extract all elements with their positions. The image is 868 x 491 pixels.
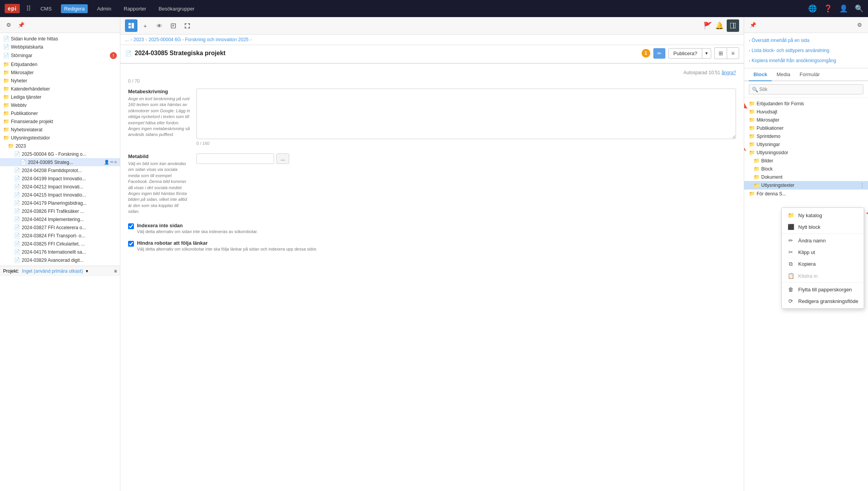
right-tree-item-sprintdemo[interactable]: 📁 Sprintdemo: [744, 132, 868, 140]
add-content-button[interactable]: +: [139, 19, 151, 32]
user-action-icon[interactable]: 👤: [104, 160, 109, 165]
context-menu-item-klipp-ut[interactable]: ✂ Klipp ut: [782, 246, 864, 258]
project-value[interactable]: Inget (använd primära utkast): [22, 268, 83, 274]
sidebar-item-webbtv[interactable]: 📁 Webbtv: [0, 101, 120, 109]
list-view-button[interactable]: ≡: [727, 47, 739, 59]
grid-icon[interactable]: ⠿: [26, 4, 31, 13]
sidebar-item-2024-03824[interactable]: 📄 2024-03824 FFI Transport- o...: [0, 232, 120, 240]
list-icon[interactable]: ≡: [114, 268, 117, 274]
grid-view-button[interactable]: ⊞: [714, 47, 727, 59]
context-menu-item-kopiera[interactable]: ⧉ Kopiera: [782, 258, 864, 270]
link-lista-block[interactable]: › Lista block- och sidtypers användning: [749, 46, 863, 55]
svg-rect-1: [128, 26, 131, 28]
publish-arrow[interactable]: ▾: [702, 49, 711, 58]
sidebar-item-finansierade[interactable]: 📁 Finansierade projekt: [0, 117, 120, 125]
sidebar-item-erbjudanden[interactable]: 📁 Erbjudanden: [0, 60, 120, 68]
right-tree-item-mikrosajter[interactable]: 📁 Mikrosajter: [744, 116, 868, 124]
tree-view-button[interactable]: [125, 19, 137, 32]
help-icon[interactable]: ❓: [824, 4, 832, 13]
search-icon[interactable]: 🔍: [855, 4, 863, 13]
right-tree-item-bilder[interactable]: 📁 Bilder: [744, 157, 868, 165]
project-dropdown-arrow[interactable]: ▾: [86, 268, 88, 274]
sidebar-item-webbplatskarta[interactable]: 📄 Webbplatskarta: [0, 43, 120, 51]
context-menu-item-ny-katalog[interactable]: 📁 Ny katalog: [782, 209, 864, 221]
sidebar-item-sidan-kunde[interactable]: 📄 Sidan kunde inte hittas: [0, 35, 120, 43]
pin-icon[interactable]: 📌: [16, 19, 26, 30]
sidebar-item-lediga[interactable]: 📁 Lediga tjänster: [0, 93, 120, 101]
indexera-checkbox[interactable]: [128, 223, 134, 229]
sidebar-item-2025-00004[interactable]: 📄 2025-00004 6G - Forskning o...: [0, 150, 120, 158]
sidebar-item-2024-03825[interactable]: 📄 2024-03825 FFI Cirkularitet, ...: [0, 240, 120, 248]
pin-right-icon[interactable]: 📌: [747, 19, 758, 30]
sidebar-item-2024-04212[interactable]: 📄 2024-04212 Impact Innovati...: [0, 183, 120, 191]
user-icon[interactable]: 👤: [839, 4, 848, 13]
flag-icon[interactable]: 🚩: [703, 21, 712, 30]
settings-right-icon[interactable]: ⚙: [854, 19, 865, 30]
sidebar-item-2024-04179[interactable]: 📄 2024-04179 Planeringsbidrag...: [0, 199, 120, 207]
tab-media[interactable]: Media: [772, 68, 795, 81]
search-input[interactable]: [749, 84, 863, 94]
metabild-input[interactable]: [196, 153, 274, 164]
edit-action-icon[interactable]: ✏: [110, 160, 114, 165]
sidebar-item-2024-03829[interactable]: 📄 2024-03829 Avancerad digit...: [0, 256, 120, 264]
sidebar-item-2024-03827[interactable]: 📄 2024-03827 FFI Accelerera o...: [0, 223, 120, 232]
sidebar-item-publikationer[interactable]: 📁 Publikationer: [0, 109, 120, 117]
right-tree-item-block[interactable]: 📁 Block: [744, 165, 868, 173]
sidebar-item-2024-04199[interactable]: 📄 2024-04199 Impact Innovatio...: [0, 174, 120, 183]
sidebar-item-utlysningstextsidor[interactable]: 📁 Utlysningstextsidor: [0, 134, 120, 142]
sidebar-item-2024-04176[interactable]: 📄 2024-04176 Internationellt sa...: [0, 248, 120, 256]
right-tree-item-huvudsajt[interactable]: 📁 Huvudsajt: [744, 108, 868, 116]
right-tree-item-dokument[interactable]: 📁 Dokument: [744, 173, 868, 181]
context-menu-item-nytt-block[interactable]: ⬛ Nytt block: [782, 221, 864, 233]
sidebar-item-2024-04024[interactable]: 📄 2024-04024 Implementering...: [0, 215, 120, 223]
metabeskrivning-textarea[interactable]: [196, 89, 736, 139]
sidebar-item-2024-04208[interactable]: 📄 2024-04208 Framtidsprotot...: [0, 166, 120, 174]
edit-button[interactable]: ✏: [653, 48, 665, 59]
right-panel-toolbar: 📌 ⚙: [744, 17, 868, 33]
breadcrumb-2023[interactable]: 2023: [134, 37, 144, 42]
layout-toggle: ⊞ ≡: [714, 47, 739, 59]
sidebar-item-kalenderhändelser[interactable]: 📁 Kalenderhändelser: [0, 85, 120, 93]
breadcrumb-ellipsis[interactable]: ...: [125, 37, 129, 42]
tab-block[interactable]: Block: [749, 68, 772, 81]
tab-formular[interactable]: Formulär: [795, 68, 825, 81]
fullscreen-button[interactable]: [181, 19, 193, 32]
robots-checkbox[interactable]: [128, 241, 134, 247]
context-menu-item-flytta[interactable]: 🗑 Flytta till papperskorgen: [782, 284, 864, 295]
breadcrumb-2025[interactable]: 2025-00004 6G - Forskning och innovation…: [149, 37, 249, 42]
right-tree-item-utlysningar[interactable]: 📁 Utlysningar: [744, 140, 868, 148]
nav-cms[interactable]: CMS: [37, 4, 55, 13]
list-action-icon[interactable]: ≡: [115, 160, 117, 165]
bell-icon[interactable]: 🔔: [715, 21, 724, 30]
metabild-browse-button[interactable]: ...: [276, 153, 289, 164]
nav-admin[interactable]: Admin: [94, 4, 115, 13]
globe-icon[interactable]: 🌐: [808, 4, 817, 13]
sidebar-item-nyhetsrelaterat[interactable]: 📁 Nyhetsrelaterat: [0, 125, 120, 134]
context-menu-item-redigera-granskningsfloede[interactable]: ⟳ Redigera granskningsflöde: [782, 295, 864, 307]
right-tree-item-erbjudanden[interactable]: 📁 Erbjudanden för Fornis: [744, 99, 868, 108]
nav-redigera[interactable]: Redigera: [61, 4, 88, 13]
context-menu-item-andra-namn[interactable]: ✏ Ändra namn: [782, 235, 864, 246]
link-oversatt[interactable]: › Översätt innehåll på en sida: [749, 36, 863, 45]
nav-besokargrupper[interactable]: Besökargrupper: [156, 4, 198, 13]
link-kopiera-innehall[interactable]: › Kopiera innehåll från ansökningsomgång: [749, 56, 863, 65]
sidebar-item-nyheter[interactable]: 📁 Nyheter: [0, 77, 120, 85]
nav-rapporter[interactable]: Rapporter: [121, 4, 149, 13]
sidebar-item-2024-03826[interactable]: 📄 2024-03826 FFI Trafiksäker ...: [0, 207, 120, 215]
sidebar-item-storningar[interactable]: 📄 Störningar !: [0, 51, 120, 60]
context-menu-trigger[interactable]: ⋮: [859, 182, 865, 188]
sidebar-item-2023[interactable]: 📁 2023: [0, 142, 120, 150]
right-tree-item-utlysningstexter[interactable]: 📁 Utlysningstexter ⋮: [744, 181, 868, 190]
settings-icon[interactable]: ⚙: [3, 19, 14, 30]
sidebar-item-2024-04215[interactable]: 📄 2024-04215 Impact Innovatio...: [0, 191, 120, 199]
preview-button[interactable]: 👁: [153, 19, 165, 32]
right-tree-item-publikationer[interactable]: 📁 Publikationer: [744, 124, 868, 132]
sidebar-item-2024-03085[interactable]: 📄 2024-03085 Strateg... 👤 ✏ ≡: [0, 158, 120, 166]
note-button[interactable]: [167, 19, 179, 32]
sidebar-item-mikrosajter[interactable]: 📁 Mikrosajter: [0, 68, 120, 77]
right-tree-item-utlysningssidor[interactable]: 📁 Utlysningssidor: [744, 148, 868, 157]
epi-logo[interactable]: epi: [5, 4, 20, 13]
undo-link[interactable]: ångra?: [722, 70, 736, 75]
right-tree-item-for-denna[interactable]: 📁 För denna S...: [744, 190, 868, 198]
panel-icon[interactable]: [727, 19, 739, 32]
